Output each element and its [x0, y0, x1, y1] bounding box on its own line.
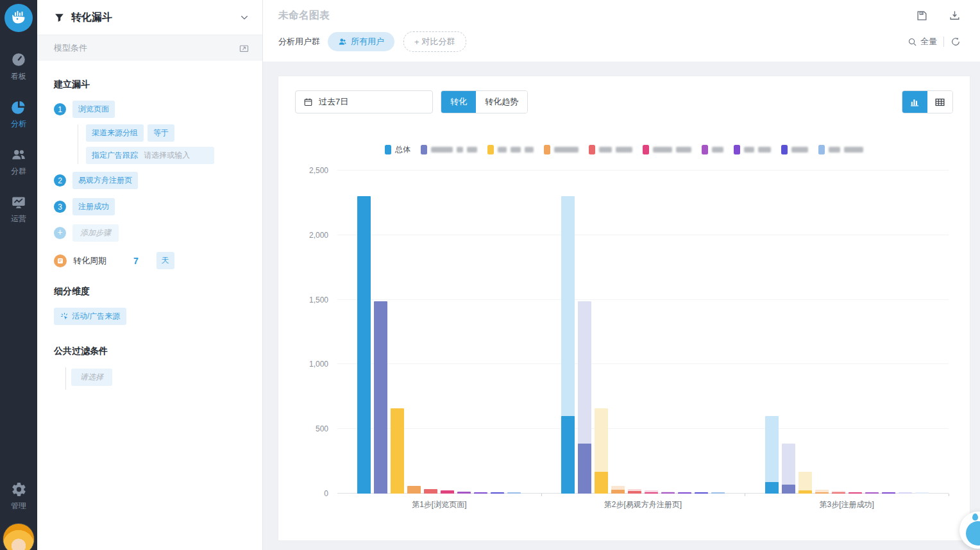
redacted-legend-label: [599, 147, 612, 153]
funnel-bar[interactable]: [507, 492, 521, 494]
step-event-tag[interactable]: 浏览页面: [72, 101, 115, 118]
tab-conversion[interactable]: 转化: [441, 91, 476, 113]
funnel-bar[interactable]: [915, 492, 929, 494]
sidebar-item-segments[interactable]: 分群: [10, 146, 27, 177]
funnel-bar[interactable]: [578, 301, 591, 494]
download-icon: [949, 10, 961, 22]
cycle-unit-tag[interactable]: 天: [156, 252, 174, 269]
sidebar-item-label: 分析: [11, 119, 26, 129]
y-axis-tick-label: 500: [295, 424, 328, 433]
condition-operator-tag[interactable]: 等于: [148, 124, 174, 142]
funnel-bar[interactable]: [832, 491, 845, 494]
legend-item[interactable]: [734, 145, 771, 154]
dimension-tag[interactable]: 活动/广告来源: [54, 308, 126, 325]
cycle-label: 转化周期: [73, 255, 106, 267]
date-range-picker[interactable]: 过去7日: [295, 90, 433, 113]
sidebar-item-analysis[interactable]: 分析: [10, 99, 27, 129]
main-header: 未命名图表: [263, 0, 980, 62]
save-button[interactable]: [916, 10, 928, 22]
redacted-legend-label: [758, 147, 771, 153]
add-step-button[interactable]: + 添加步骤: [54, 224, 249, 242]
y-axis-tick-label: 2,000: [295, 231, 328, 240]
funnel-bar[interactable]: [782, 444, 795, 494]
legend-marker: [818, 145, 825, 154]
x-axis-category-label: 第2步[易观方舟注册页]: [541, 499, 745, 510]
funnel-bar[interactable]: [815, 490, 829, 494]
condition-field2-label: 指定广告跟踪: [92, 151, 138, 160]
funnel-bar[interactable]: [798, 472, 812, 494]
view-tabs: 转化 转化趋势: [441, 90, 528, 113]
sampling-toggle[interactable]: 全量: [908, 36, 937, 47]
sidebar-item-admin[interactable]: 管理: [11, 481, 27, 512]
y-axis-tick-label: 1,500: [295, 296, 328, 304]
bar-view-button[interactable]: [902, 91, 927, 113]
date-range-value: 过去7日: [319, 96, 348, 108]
funnel-bar[interactable]: [611, 486, 625, 494]
funnel-bar[interactable]: [899, 492, 912, 494]
refresh-button[interactable]: [950, 37, 961, 47]
tab-conversion-trend[interactable]: 转化趋势: [476, 91, 527, 113]
funnel-bar[interactable]: [595, 408, 608, 494]
redacted-legend-label: [744, 147, 754, 153]
table-view-button[interactable]: [927, 91, 952, 113]
legend-item[interactable]: [589, 145, 632, 154]
compare-cohort-button[interactable]: + 对比分群: [403, 31, 466, 52]
cycle-value[interactable]: 7: [133, 256, 139, 266]
funnel-bar[interactable]: [391, 408, 404, 494]
funnel-bar[interactable]: [457, 492, 471, 494]
funnel-bar[interactable]: [474, 492, 487, 494]
sidebar-item-operations[interactable]: 运营: [10, 194, 27, 224]
funnel-bar[interactable]: [424, 489, 437, 494]
chart-legend: 总体: [295, 143, 953, 156]
funnel-bar[interactable]: [695, 492, 708, 494]
legend-item[interactable]: [421, 145, 477, 154]
chart-title[interactable]: 未命名图表: [278, 9, 916, 22]
funnel-bar[interactable]: [374, 301, 387, 494]
user-avatar[interactable]: [3, 523, 35, 550]
legend-item[interactable]: [544, 145, 579, 154]
funnel-bar[interactable]: [882, 492, 895, 494]
app-logo[interactable]: [4, 4, 33, 32]
funnel-bar[interactable]: [849, 492, 862, 494]
legend-item[interactable]: [487, 145, 534, 154]
funnel-bar[interactable]: [357, 196, 371, 494]
redacted-legend-label: [653, 147, 672, 153]
user-icon: [338, 37, 347, 46]
chart-card: 过去7日 转化 转化趋势: [278, 76, 970, 541]
condition-value-input[interactable]: 指定广告跟踪 请选择或输入: [86, 147, 214, 164]
funnel-bar[interactable]: [711, 492, 725, 494]
dimension-click-icon: [60, 312, 69, 321]
download-button[interactable]: [949, 10, 961, 22]
funnel-bar[interactable]: [491, 492, 504, 494]
funnel-bar[interactable]: [865, 492, 879, 494]
legend-item[interactable]: [818, 145, 863, 154]
condition-row: 渠道来源分组 等于: [86, 124, 249, 142]
redacted-legend-label: [712, 147, 723, 153]
step-event-tag[interactable]: 注册成功: [72, 198, 115, 215]
legend-marker: [487, 145, 494, 154]
chevron-down-icon[interactable]: [239, 12, 249, 22]
build-funnel-heading: 建立漏斗: [54, 79, 249, 90]
funnel-bar[interactable]: [765, 416, 779, 494]
save-model-icon[interactable]: [239, 43, 249, 54]
redacted-legend-label: [791, 147, 808, 153]
funnel-bar[interactable]: [661, 492, 675, 494]
redacted-legend-label: [829, 147, 840, 153]
legend-item[interactable]: [781, 145, 808, 154]
legend-item[interactable]: 总体: [385, 144, 410, 155]
funnel-bar[interactable]: [407, 486, 421, 494]
funnel-bar[interactable]: [561, 196, 575, 494]
legend-item[interactable]: [702, 145, 723, 154]
funnel-bar[interactable]: [441, 490, 454, 494]
funnel-bar[interactable]: [628, 489, 641, 494]
funnel-bar[interactable]: [678, 492, 691, 494]
step-number-badge: 2: [54, 174, 66, 187]
sidebar-item-dashboard[interactable]: 看板: [10, 51, 27, 82]
funnel-bar[interactable]: [645, 490, 658, 494]
step-event-tag[interactable]: 易观方舟注册页: [72, 172, 138, 189]
all-users-pill[interactable]: 所有用户: [328, 32, 394, 51]
global-filter-select[interactable]: 请选择: [71, 369, 112, 386]
legend-item[interactable]: [643, 145, 691, 154]
bar-chart-icon: [909, 97, 920, 108]
condition-field-tag[interactable]: 渠道来源分组: [86, 124, 144, 142]
